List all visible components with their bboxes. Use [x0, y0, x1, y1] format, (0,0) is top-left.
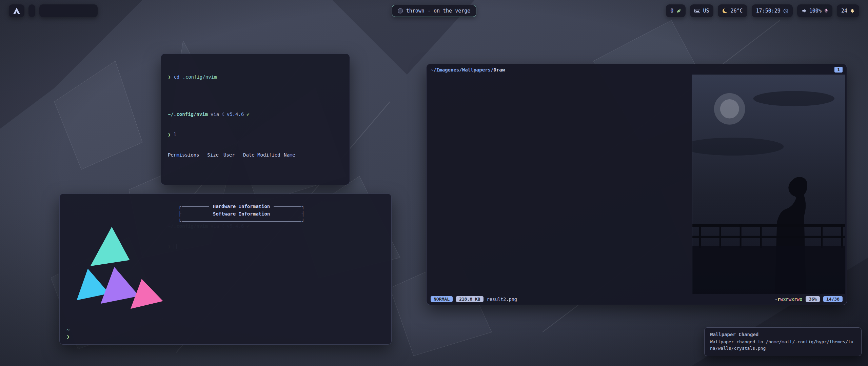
lua-icon: ☾	[222, 111, 224, 118]
launcher-button[interactable]	[9, 4, 24, 17]
volume-widget[interactable]: 100%	[797, 4, 832, 17]
file-list	[476, 75, 692, 294]
mic-icon	[824, 8, 828, 13]
hyprland-logo	[60, 194, 178, 344]
moon-icon	[722, 8, 728, 14]
updates-widget[interactable]: 0	[666, 4, 686, 17]
fetch-window[interactable]: ┌Hardware Information┐ ├Software Informa…	[59, 194, 392, 345]
file-manager-body	[427, 74, 847, 294]
command: l	[174, 131, 176, 138]
software-section-header: ├Software Information┤	[178, 210, 304, 218]
prompt-symbol: ❯	[168, 74, 171, 80]
clock-icon	[783, 8, 788, 14]
command-line: ❯l	[168, 131, 343, 138]
topbar-left	[9, 4, 98, 17]
clock-widget[interactable]: 17:50:29	[752, 4, 793, 17]
media-widget[interactable]: thrown - on the verge	[392, 5, 476, 17]
shell-prompt[interactable]: ~ ❯	[66, 327, 70, 340]
box-bottom-border: └┘	[178, 218, 304, 225]
notification-title: Wallpaper Changed	[710, 332, 856, 337]
command-arg: .config/nvim	[182, 74, 217, 80]
command-line: ❯cd.config/nvim	[168, 74, 343, 80]
hardware-section-header: ┌Hardware Information┐	[178, 203, 304, 210]
cwd: ~	[66, 327, 70, 333]
command: cd	[174, 74, 179, 80]
media-title: thrown - on the verge	[406, 8, 471, 14]
keyboard-layout-widget[interactable]: US	[690, 4, 713, 17]
system-info: ┌Hardware Information┐ ├Software Informa…	[178, 194, 391, 344]
file-size-badge: 218.8 KB	[456, 296, 484, 302]
keyboard-icon	[694, 9, 700, 13]
prompt-symbol: ❯	[66, 333, 70, 340]
keyboard-layout: US	[703, 8, 709, 14]
topbar-right: 0 US 26°C 17:50:29	[666, 4, 859, 17]
prompt-symbol: ❯	[168, 131, 171, 138]
notifications-widget[interactable]: 24	[837, 4, 859, 17]
workspaces-widget	[28, 4, 35, 17]
via-label: via	[211, 111, 219, 118]
list-position-badge: 14/38	[823, 296, 843, 302]
lua-version: v5.4.6	[227, 111, 244, 118]
file-permissions: -rwxrwxrwx	[775, 297, 802, 302]
folder-sidebar	[428, 75, 476, 294]
file-manager-header: ~/Imagenes/Wallpapers/Draw 1	[427, 64, 847, 74]
breadcrumb-path: ~/Imagenes/Wallpapers/Draw	[431, 67, 505, 73]
volume-level: 100%	[809, 8, 822, 14]
speaker-icon	[802, 8, 807, 13]
audio-visualizer-widget[interactable]	[39, 4, 98, 17]
success-mark: ✔	[246, 111, 249, 118]
tab-badge[interactable]: 1	[834, 67, 843, 73]
arch-logo-icon	[13, 7, 21, 15]
notification-popup[interactable]: Wallpaper Changed Wallpaper changed to /…	[704, 327, 862, 356]
clock-time: 17:50:29	[756, 8, 781, 14]
leaf-icon	[676, 8, 681, 14]
file-manager-window[interactable]: ~/Imagenes/Wallpapers/Draw 1	[426, 64, 847, 305]
media-icon	[398, 8, 403, 14]
ls-output	[168, 172, 343, 192]
scroll-percent-badge: 36%	[806, 296, 820, 302]
updates-count: 0	[670, 8, 673, 14]
image-preview	[692, 75, 845, 294]
ls-header-row: PermissionsSizeUserDate ModifiedName	[168, 151, 343, 158]
bell-icon	[850, 8, 855, 14]
status-bar: NORMAL 218.8 KB result2.png -rwxrwxrwx 3…	[427, 294, 847, 305]
weather-temp: 26°C	[730, 8, 743, 14]
terminal-window[interactable]: ❯cd.config/nvim ~/.config/nvimvia☾v5.4.6…	[161, 54, 350, 185]
notification-count: 24	[841, 8, 847, 14]
status-filename: result2.png	[487, 297, 517, 302]
weather-widget[interactable]: 26°C	[718, 4, 747, 17]
prompt-path-line: ~/.config/nvimvia☾v5.4.6✔	[168, 111, 343, 118]
mode-badge: NORMAL	[431, 296, 453, 302]
notification-body: Wallpaper changed to /home/matt/.config/…	[710, 339, 856, 352]
cwd: ~/.config/nvim	[168, 111, 208, 118]
